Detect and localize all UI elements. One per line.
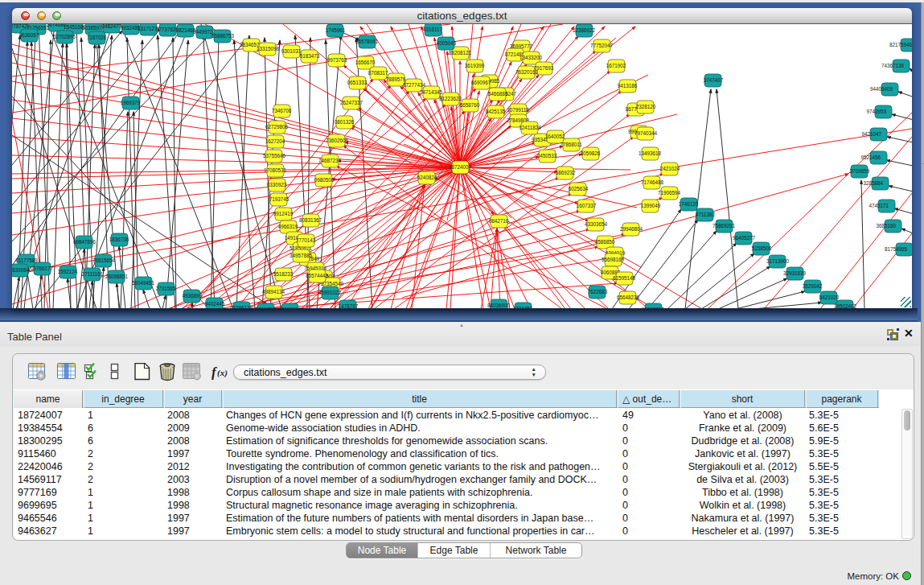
svg-text:76615654: 76615654 xyxy=(92,257,116,263)
svg-text:74687234: 74687234 xyxy=(318,158,342,163)
svg-text:9402445: 9402445 xyxy=(205,301,225,307)
svg-text:16060715: 16060715 xyxy=(642,307,665,308)
svg-text:86578091: 86578091 xyxy=(355,39,379,44)
svg-text:10799118: 10799118 xyxy=(507,107,529,113)
svg-text:76320163: 76320163 xyxy=(515,69,539,75)
svg-text:49894134: 49894134 xyxy=(262,289,285,295)
svg-text:81223623: 81223623 xyxy=(439,96,462,101)
svg-text:81177589: 81177589 xyxy=(15,257,38,263)
svg-text:45991022: 45991022 xyxy=(318,290,342,295)
svg-text:2328120: 2328120 xyxy=(636,104,656,109)
svg-text:9413186: 9413186 xyxy=(618,83,638,89)
svg-text:77752047: 77752047 xyxy=(590,43,614,48)
svg-text:18724007: 18724007 xyxy=(449,164,472,170)
svg-text:1476797: 1476797 xyxy=(339,303,359,308)
svg-text:3619399: 3619399 xyxy=(465,63,485,68)
svg-text:62702895: 62702895 xyxy=(53,34,76,39)
svg-text:69847896: 69847896 xyxy=(73,239,97,245)
svg-text:8366752: 8366752 xyxy=(256,307,276,308)
svg-text:34714345: 34714345 xyxy=(420,89,443,95)
svg-text:96405377: 96405377 xyxy=(733,235,756,241)
svg-text:61595148: 61595148 xyxy=(613,275,636,281)
svg-text:56049451: 56049451 xyxy=(132,280,155,286)
svg-text:55698169: 55698169 xyxy=(602,257,625,262)
svg-text:31713900: 31713900 xyxy=(766,258,790,264)
svg-text:43815614: 43815614 xyxy=(278,307,302,308)
svg-text:34957885: 34957885 xyxy=(290,253,313,258)
svg-text:26247317: 26247317 xyxy=(340,100,363,105)
svg-text:9421047: 9421047 xyxy=(861,131,881,137)
svg-text:4966319: 4966319 xyxy=(278,224,298,229)
svg-text:7839084: 7839084 xyxy=(12,267,30,273)
svg-text:3518233: 3518233 xyxy=(273,271,294,277)
svg-text:4316117: 4316117 xyxy=(423,27,443,32)
svg-text:7622683: 7622683 xyxy=(588,289,608,295)
svg-text:5466889: 5466889 xyxy=(488,91,508,97)
svg-text:3482477: 3482477 xyxy=(102,24,122,29)
svg-text:7770143: 7770143 xyxy=(296,237,316,243)
svg-text:5869232: 5869232 xyxy=(556,170,576,175)
svg-text:0842710: 0842710 xyxy=(489,218,509,224)
svg-text:4936899: 4936899 xyxy=(183,293,203,299)
svg-text:4324451: 4324451 xyxy=(513,306,533,308)
svg-text:9301031: 9301031 xyxy=(281,48,302,54)
svg-text:1836736: 1836736 xyxy=(109,237,129,242)
svg-text:02296120: 02296120 xyxy=(230,305,253,308)
svg-text:1627204: 1627204 xyxy=(265,138,285,144)
svg-text:1671902: 1671902 xyxy=(606,63,626,68)
svg-text:43303654: 43303654 xyxy=(585,221,608,227)
svg-text:0450533: 0450533 xyxy=(537,153,557,159)
svg-text:5183473: 5183473 xyxy=(300,53,320,59)
svg-text:84036900: 84036900 xyxy=(487,303,511,308)
svg-text:0801326: 0801326 xyxy=(335,119,355,125)
svg-text:7346706: 7346706 xyxy=(272,108,292,113)
svg-text:28098851: 28098851 xyxy=(105,274,129,279)
svg-text:27111161: 27111161 xyxy=(82,271,104,277)
svg-text:9636057: 9636057 xyxy=(19,32,39,38)
svg-text:8059826: 8059826 xyxy=(581,150,601,156)
svg-text:62386922: 62386922 xyxy=(573,27,596,33)
svg-text:9521456: 9521456 xyxy=(860,154,881,160)
svg-text:62729806: 62729806 xyxy=(265,124,289,130)
svg-text:6025634: 6025634 xyxy=(569,186,589,192)
svg-text:0980500: 0980500 xyxy=(314,177,335,183)
svg-text:71746488: 71746488 xyxy=(641,179,664,185)
svg-text:13493618: 13493618 xyxy=(639,150,662,156)
svg-text:8708317: 8708317 xyxy=(368,70,388,76)
svg-text:82175946: 82175946 xyxy=(889,42,912,47)
svg-text:3529042: 3529042 xyxy=(803,283,823,289)
svg-text:1399049: 1399049 xyxy=(641,203,661,208)
svg-text:5158506: 5158506 xyxy=(752,245,772,251)
svg-text:71906594: 71906594 xyxy=(658,190,681,196)
svg-text:4745171: 4745171 xyxy=(869,203,889,208)
svg-text:3747407: 3747407 xyxy=(704,77,724,83)
svg-text:7889579: 7889579 xyxy=(386,76,406,82)
svg-text:88208121: 88208121 xyxy=(449,50,472,56)
svg-text:80831367: 80831367 xyxy=(299,217,322,223)
svg-text:1969379: 1969379 xyxy=(121,100,141,105)
svg-text:5240824: 5240824 xyxy=(417,175,437,180)
svg-text:7187026: 7187026 xyxy=(87,35,107,40)
svg-text:2731585: 2731585 xyxy=(156,286,176,291)
svg-text:(x): (x) xyxy=(217,368,228,378)
svg-text:6658760: 6658760 xyxy=(460,102,480,108)
svg-text:27868011: 27868011 xyxy=(560,142,582,147)
svg-text:7193745: 7193745 xyxy=(269,196,290,202)
svg-text:1592124: 1592124 xyxy=(58,269,78,274)
svg-text:0330923: 0330923 xyxy=(267,182,287,187)
svg-text:65648236: 65648236 xyxy=(617,295,640,300)
svg-text:53755646: 53755646 xyxy=(263,153,286,159)
svg-text:1656670: 1656670 xyxy=(355,60,376,65)
svg-text:29946804: 29946804 xyxy=(620,226,643,232)
svg-text:4005045: 4005045 xyxy=(437,40,457,46)
svg-text:13433200: 13433200 xyxy=(519,55,543,60)
svg-text:9912419: 9912419 xyxy=(273,211,294,216)
svg-text:8421020: 8421020 xyxy=(819,295,840,300)
svg-text:6690967: 6690967 xyxy=(471,80,491,85)
svg-text:2421024: 2421024 xyxy=(660,166,680,171)
svg-text:17080531: 17080531 xyxy=(264,167,287,173)
svg-text:32931839: 32931839 xyxy=(783,270,807,276)
svg-text:1607337: 1607337 xyxy=(577,203,597,208)
svg-text:4586850: 4586850 xyxy=(595,239,615,245)
svg-text:87277434: 87277434 xyxy=(403,82,426,88)
